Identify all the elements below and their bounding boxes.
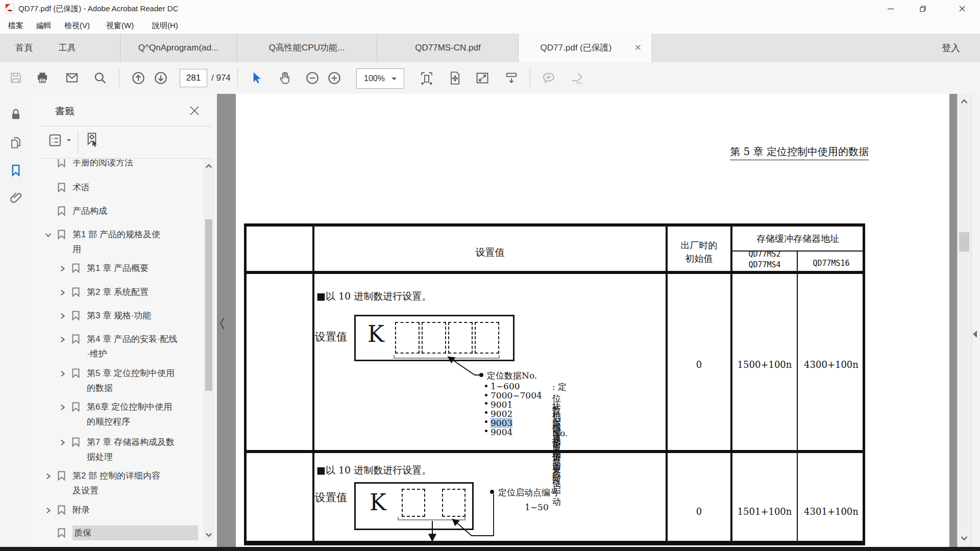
zoom-out-icon[interactable] (305, 71, 320, 87)
tab-doc-qd77-active[interactable]: QD77.pdf (已保護) (519, 34, 652, 62)
scroll-up-icon[interactable] (960, 98, 968, 107)
tab-doc-qnaprogram[interactable]: Q^QnAprogram(ad... (120, 34, 236, 62)
bookmarks-panel-icon[interactable] (9, 163, 23, 179)
bookmark-options-icon[interactable] (48, 133, 64, 150)
bookmark-label: 第5 章 定位控制中使用的数据 (87, 366, 180, 395)
panel-tools-separator (78, 131, 78, 154)
chevron-down-icon[interactable] (45, 227, 57, 240)
menu-view[interactable]: 檢視(V) (64, 17, 90, 34)
pdf-page: 第 5 章 定位控制中使用的数据 设置值 出厂时的 初始值 存储缓冲存储器地址 … (236, 94, 949, 547)
toolbar-mode-icon[interactable] (504, 71, 519, 87)
security-lock-icon[interactable] (9, 108, 22, 123)
bookmark-item[interactable]: 附录 (32, 503, 165, 517)
collapse-panel-icon[interactable] (218, 316, 226, 333)
chevron-spacer (45, 180, 57, 184)
bookmarks-tree: 手册的阅读方法 术语 产品构成 第1 部 产品的规格及使用 第1 章 产品概要 … (32, 159, 203, 541)
bookmark-item[interactable]: 第1 部 产品的规格及使用 (32, 227, 165, 257)
bookmark-icon (57, 180, 72, 194)
chevron-spacer (45, 525, 57, 530)
fit-page-icon[interactable] (448, 71, 462, 87)
sign-in-button[interactable]: 登入 (942, 34, 960, 62)
close-button[interactable] (944, 0, 980, 17)
bookmark-item[interactable]: 第3 章 规格·功能 (32, 308, 180, 323)
bookmark-item[interactable]: 产品构成 (32, 204, 165, 218)
bookmark-label: 第6章 定位控制中使用的顺控程序 (87, 399, 180, 429)
menu-help[interactable]: 說明(H) (152, 17, 178, 34)
bookmark-icon (71, 261, 87, 275)
bookmark-item[interactable]: 第2 章 系统配置 (32, 285, 180, 299)
chevron-right-icon[interactable] (59, 261, 71, 274)
chevron-right-icon[interactable] (59, 285, 71, 298)
panel-close-icon[interactable] (189, 105, 200, 118)
menu-window[interactable]: 視窗(W) (106, 17, 134, 34)
tab-home[interactable]: 首頁 (6, 34, 42, 62)
hand-tool-icon[interactable] (278, 71, 291, 87)
locate-bookmark-icon[interactable] (83, 131, 101, 151)
page-thumbnails-icon[interactable] (9, 136, 23, 152)
fullscreen-icon[interactable] (475, 71, 489, 87)
save-icon[interactable] (9, 71, 23, 87)
email-icon[interactable] (65, 71, 79, 87)
highlighter-icon[interactable] (570, 71, 584, 87)
zoom-in-icon[interactable] (327, 71, 341, 87)
bottom-edge-bar (0, 547, 980, 551)
tab-doc-qcpu[interactable]: Q高性能CPU功能... (237, 34, 377, 62)
chevron-right-icon[interactable] (59, 366, 71, 379)
scroll-up-icon[interactable] (205, 162, 212, 171)
tab-tools[interactable]: 工具 (52, 34, 83, 62)
bookmark-icon (71, 399, 87, 414)
page-total-label: / 974 (211, 69, 231, 87)
bookmark-item[interactable]: 第6章 定位控制中使用的顺控程序 (32, 399, 180, 429)
chevron-right-icon[interactable] (59, 332, 71, 345)
bookmark-item[interactable]: 第2 部 控制的详细内容及设置 (32, 468, 165, 498)
bookmark-label: 第1 部 产品的规格及使用 (72, 227, 165, 257)
tab-close-icon[interactable] (634, 44, 642, 53)
collapse-right-icon[interactable] (973, 331, 977, 338)
bookmark-item[interactable]: 第4 章 产品的安装·配线·维护 (32, 332, 180, 361)
scroll-down-icon[interactable] (960, 535, 968, 544)
bookmark-icon (57, 503, 72, 517)
chevron-right-icon[interactable] (45, 468, 57, 482)
chevron-right-icon[interactable] (45, 503, 57, 516)
tab-separator (652, 34, 652, 62)
bookmark-item[interactable]: 手册的阅读方法 (32, 159, 165, 170)
page-number-input[interactable]: 281 (180, 69, 207, 87)
restore-button[interactable] (908, 0, 938, 17)
attachments-icon[interactable] (9, 191, 23, 207)
chevron-right-icon[interactable] (59, 308, 71, 321)
menu-file[interactable]: 檔案 (8, 17, 23, 34)
comment-icon[interactable] (542, 71, 556, 87)
fit-width-icon[interactable] (420, 71, 434, 87)
bookmark-label: 第1 章 产品概要 (87, 261, 180, 276)
minimize-button[interactable] (876, 0, 905, 17)
bookmark-item[interactable]: 第1 章 产品概要 (32, 261, 180, 276)
menu-edit[interactable]: 編輯 (36, 17, 52, 34)
bookmark-item[interactable]: 第5 章 定位控制中使用的数据 (32, 366, 180, 395)
chevron-right-icon[interactable] (59, 435, 71, 448)
bookmark-label: 手册的阅读方法 (72, 159, 165, 170)
bookmark-label: 第2 章 系统配置 (87, 285, 180, 299)
bookmark-label: 第2 部 控制的详细内容及设置 (72, 468, 165, 498)
bookmark-item[interactable]: 术语 (32, 180, 165, 195)
scroll-down-icon[interactable] (205, 531, 212, 540)
select-tool-icon[interactable] (250, 71, 263, 87)
chevron-right-icon[interactable] (59, 399, 71, 413)
zoom-level-value: 100% (364, 69, 385, 88)
tab-doc-qd77ms-cn[interactable]: QD77MS-CN.pdf (377, 34, 519, 62)
document-scrollbar-thumb[interactable] (959, 232, 969, 252)
right-panel-strip (971, 94, 980, 547)
panel-scrollbar-thumb[interactable] (205, 219, 212, 391)
bookmark-icon (71, 332, 87, 346)
bookmark-item-selected[interactable]: 质保 (32, 525, 198, 540)
search-icon[interactable] (93, 71, 107, 87)
bookmark-label: 第7 章 存储器构成及数据处理 (87, 435, 180, 464)
previous-page-icon[interactable] (131, 71, 145, 87)
print-icon[interactable] (36, 71, 50, 87)
panel-divider (41, 158, 212, 159)
bookmark-icon (57, 204, 72, 218)
zoom-level-select[interactable]: 100% (356, 68, 404, 89)
bookmark-item[interactable]: 第7 章 存储器构成及数据处理 (32, 435, 180, 464)
tab-bar: 首頁 工具 Q^QnAprogram(ad... Q高性能CPU功能... QD… (0, 34, 980, 62)
document-scrollbar[interactable] (957, 94, 972, 547)
next-page-icon[interactable] (154, 71, 168, 87)
